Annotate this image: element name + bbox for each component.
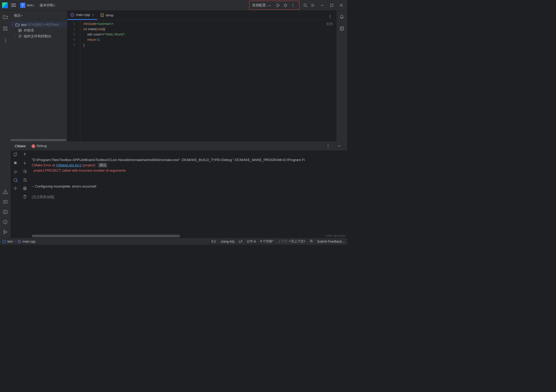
breadcrumb-root[interactable]: text [3, 240, 12, 243]
tree-root-label: text [21, 23, 27, 27]
scroll-end-icon[interactable] [23, 177, 27, 182]
code-content[interactable]: #include<iostream> int main(void){ std::… [80, 20, 337, 141]
svg-point-24 [6, 231, 7, 233]
tool-window-actions [11, 150, 30, 238]
svg-text:c: c [72, 14, 73, 16]
error-badge-icon: ! [32, 144, 35, 148]
line-ending[interactable]: LF [239, 240, 243, 243]
console-hscrollbar[interactable] [32, 235, 180, 237]
tree-external-libs[interactable]: 外部库 [11, 28, 67, 33]
chevron-down-icon: ▾ [21, 14, 23, 17]
svg-point-31 [15, 188, 16, 189]
trash-icon[interactable] [23, 194, 27, 199]
indent-setting[interactable]: 4 个空格* [260, 239, 273, 244]
horizontal-scrollbar[interactable] [11, 139, 66, 141]
svg-point-15 [330, 15, 331, 16]
left-toolbar [0, 11, 11, 141]
library-icon [18, 28, 22, 33]
context-selector[interactable]: 上下文: <无上下文> [278, 239, 306, 244]
maximize-button[interactable] [328, 2, 335, 9]
tool-options-icon[interactable] [324, 142, 332, 150]
database-icon[interactable] [339, 26, 344, 31]
chevron-down-icon: ▾ [33, 4, 34, 7]
folder-icon [15, 23, 20, 27]
info-icon[interactable] [3, 219, 8, 225]
line-gutter[interactable]: 12345 [67, 20, 80, 141]
print-icon[interactable] [23, 186, 27, 191]
console-error-line: project PROJECT called with incorrect nu… [32, 168, 126, 172]
breadcrumb-file[interactable]: main.cpp [18, 240, 35, 243]
hamburger-menu-icon[interactable] [11, 4, 16, 7]
svg-point-18 [340, 27, 343, 28]
cpp-file-icon: c [70, 13, 74, 17]
minimize-button[interactable] [319, 2, 326, 9]
vcs-icon[interactable] [3, 229, 8, 235]
up-icon[interactable] [23, 152, 27, 157]
right-toolbar [337, 11, 347, 141]
project-badge: T [20, 3, 25, 8]
vcs-menu[interactable]: 版本控制▾ [40, 3, 55, 8]
tree-item-label: 临时文件和控制台 [24, 34, 51, 39]
chevron-down-icon: ▾ [54, 4, 55, 7]
tab-label: temp [106, 13, 114, 17]
close-button[interactable] [338, 2, 345, 9]
svg-point-23 [4, 233, 5, 234]
problems-icon[interactable] [3, 189, 8, 194]
tool-tab-debug[interactable]: !Debug [32, 144, 47, 148]
expand-arrow-icon[interactable]: › [15, 35, 18, 38]
svg-rect-9 [3, 29, 5, 30]
project-tool-icon[interactable] [3, 14, 8, 20]
cmake-error-link[interactable]: CMakeLists.txt:2 [56, 163, 82, 167]
more-actions-icon[interactable] [289, 2, 297, 9]
watermark: CSDN @Yorelee. [325, 234, 346, 237]
stop-icon[interactable] [13, 161, 18, 165]
console-error-line: CMake Error at CMakeLists.txt:2 (project… [32, 163, 96, 167]
expand-arrow-icon[interactable]: › [12, 23, 15, 26]
services-icon[interactable] [3, 199, 8, 204]
filter-icon[interactable] [13, 177, 18, 182]
clang-tidy-status[interactable]: .clang-tidy [220, 240, 235, 243]
reload-icon[interactable] [13, 152, 18, 157]
status-bar: text › main.cpp 5:2 .clang-tidy LF UTF-8… [0, 238, 347, 245]
feedback-link[interactable]: Submit Feedback... [317, 240, 344, 243]
notifications-icon[interactable] [339, 14, 344, 20]
svg-rect-10 [6, 29, 7, 30]
tab-close-icon[interactable]: × [92, 13, 94, 17]
project-name-dropdown[interactable]: text▾ [27, 3, 34, 7]
settings-icon[interactable] [309, 2, 316, 9]
tool-tab-cmake[interactable]: CMake [15, 144, 26, 148]
run-button[interactable] [274, 2, 282, 9]
editor-close-link[interactable]: 关闭 [326, 22, 333, 26]
terminal-icon[interactable] [3, 209, 8, 215]
tool-hide-icon[interactable] [335, 142, 343, 150]
wrap-icon[interactable] [23, 169, 27, 174]
encoding[interactable]: UTF-8 [247, 240, 256, 243]
console-line: "D:\Program Files\Toolbox APP\JetBrains\… [32, 158, 305, 162]
more-tools-icon[interactable] [3, 38, 8, 43]
tab-temp[interactable]: H temp [97, 10, 117, 20]
project-panel: 项目▾ › text E:\A我的C++程序\text 外部库 › 临时文件和控… [11, 11, 67, 141]
search-icon[interactable] [302, 2, 309, 9]
lock-icon[interactable] [310, 239, 313, 243]
tree-root[interactable]: › text E:\A我的C++程序\text [11, 22, 67, 28]
svg-point-4 [304, 4, 306, 6]
console-output[interactable]: "D:\Program Files\Toolbox APP\JetBrains\… [30, 150, 347, 238]
svg-point-22 [4, 230, 5, 231]
structure-tool-icon[interactable] [3, 26, 8, 31]
app-logo [2, 2, 8, 8]
run-config-selector[interactable]: 添加配置...▾ [252, 3, 271, 8]
editor-tabs: c main.cpp × H temp [67, 11, 337, 20]
debug-button[interactable] [282, 2, 289, 9]
cursor-position[interactable]: 5:2 [212, 240, 216, 243]
bottom-left-toolbar [0, 141, 11, 238]
tree-scratches[interactable]: › 临时文件和控制台 [11, 33, 67, 39]
down-icon[interactable] [23, 161, 27, 165]
project-panel-header[interactable]: 项目▾ [11, 11, 67, 21]
settings-action-icon[interactable] [13, 186, 18, 191]
debug-hint[interactable]: 调试 [98, 163, 107, 167]
tab-main-cpp[interactable]: c main.cpp × [67, 10, 97, 20]
tab-more-icon[interactable] [326, 13, 334, 20]
attach-icon[interactable] [13, 169, 18, 174]
tree-root-path: E:\A我的C++程序\text [28, 23, 59, 27]
svg-point-5 [312, 5, 313, 6]
